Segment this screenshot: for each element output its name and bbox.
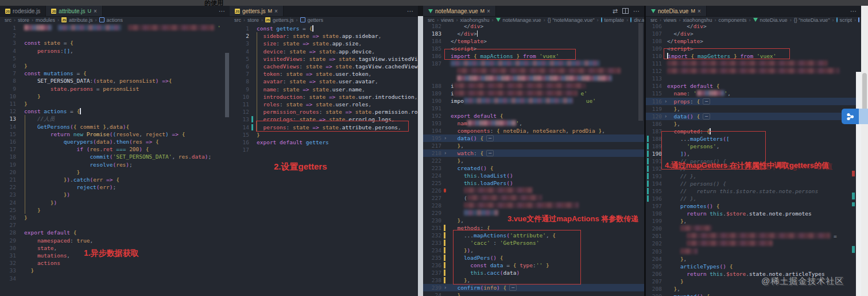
more-actions-icon[interactable]: ⋯ xyxy=(219,7,225,15)
code-line[interactable]: 5 visitedViews: state => state.tagsView.… xyxy=(230,55,418,63)
breadcrumb-item[interactable]: xiaohongshu xyxy=(460,17,490,23)
code-line[interactable]: 15 return new Promise((resolve, reject) … xyxy=(0,130,230,138)
close-icon[interactable]: × xyxy=(274,8,278,14)
code-line[interactable]: 114export default { xyxy=(646,82,861,90)
code-line[interactable]: 111 xyxy=(646,60,861,67)
code-line[interactable]: 192export default { xyxy=(423,112,644,120)
code-line[interactable]: 16 querypers(data).then(res => { xyxy=(0,138,230,145)
code-line[interactable]: 10 } xyxy=(0,93,230,100)
code-line[interactable]: 3 size: state => state.app.size, xyxy=(230,40,418,47)
code-line[interactable]: 184</template> xyxy=(423,37,644,45)
code-line[interactable]: 189i e' xyxy=(423,90,644,97)
code-line[interactable]: 227 ( xyxy=(423,194,644,202)
breadcrumb-item[interactable]: src xyxy=(5,17,11,23)
code-line[interactable]: 22 reject(err); xyxy=(0,183,230,191)
code-line[interactable]: 25 } xyxy=(0,206,230,214)
code-line[interactable]: 4 device: state => state.app.device, xyxy=(230,48,418,55)
breadcrumb-item[interactable]: getters.js xyxy=(273,17,294,23)
breadcrumb-item[interactable]: script xyxy=(840,17,852,23)
share-button[interactable] xyxy=(842,109,868,124)
code-line[interactable]: 107 </div> xyxy=(646,30,861,37)
breadcrumb-item[interactable]: components xyxy=(719,17,747,23)
code-line[interactable]: 199 }, xyxy=(646,217,861,225)
breadcrumb-item[interactable]: noteDia.vue xyxy=(760,17,788,23)
breadcrumb-item[interactable]: {} "noteManage.vue" xyxy=(548,17,595,23)
page-scrollbar-track[interactable] xyxy=(861,0,868,296)
close-icon[interactable]: × xyxy=(94,8,97,14)
code-line[interactable]: 223 created() { xyxy=(423,164,644,172)
code-line[interactable]: 187 xyxy=(423,60,644,67)
code-line[interactable]: 224 this.loadList() xyxy=(423,172,644,179)
more-actions-icon[interactable]: ⋯ xyxy=(407,7,413,15)
code-line[interactable]: 191 xyxy=(423,105,644,112)
close-icon[interactable]: × xyxy=(487,8,490,14)
code-line[interactable]: 1const getters = { xyxy=(230,25,418,32)
code-line[interactable]: 7const mutations = { xyxy=(0,70,230,77)
code-line[interactable]: 198 return this.$store.state.note.promot… xyxy=(646,210,861,217)
code-line[interactable]: 11 roles: state => state.user.roles, xyxy=(230,101,418,108)
code-line[interactable]: 113 xyxy=(646,75,861,82)
code-line[interactable]: 7 token: state => state.user.token, xyxy=(230,70,418,78)
code-line[interactable]: 228 xyxy=(423,202,644,209)
code-line[interactable]: 10 introduction: state => state.user.int… xyxy=(230,93,418,101)
fold-chevron-icon[interactable]: › xyxy=(444,149,447,157)
code-line[interactable]: 205 articleTypes() { xyxy=(646,263,861,270)
breadcrumb-item[interactable]: noteManage.vue xyxy=(503,17,541,23)
code-line[interactable]: 24 }) xyxy=(0,199,230,206)
code-line[interactable]: 186 }, xyxy=(646,120,861,128)
breadcrumb-item[interactable]: src xyxy=(428,17,435,23)
code-line[interactable]: 217 }, xyxy=(423,142,644,149)
code-line[interactable]: 119 }, xyxy=(646,105,861,113)
folded-code-badge[interactable]: ⋯ xyxy=(486,135,494,141)
breadcrumb-item[interactable]: template xyxy=(604,17,625,23)
folded-code-badge[interactable]: ⋯ xyxy=(486,150,494,156)
breadcrumb-item[interactable]: div.app-container xyxy=(634,17,644,23)
code-line[interactable]: 6} xyxy=(0,62,230,70)
code-line[interactable]: ›116 props: {⋯ xyxy=(646,98,861,105)
breadcrumb-item[interactable]: {} "noteDia.vue" xyxy=(794,17,830,23)
code-line[interactable]: 21 }).catch(err => { xyxy=(0,176,230,183)
code-line[interactable]: 4 persons:[], xyxy=(0,47,230,55)
code-line[interactable]: 16export default getters xyxy=(230,139,418,146)
code-line[interactable]: 209 mounted() { xyxy=(646,293,861,296)
tab-rodeside.js[interactable]: JSrodeside.js xyxy=(0,6,46,16)
code-line[interactable]: 18 commit('SET_PERSONS_DATA', res.data); xyxy=(0,153,230,160)
folded-code-badge[interactable]: ⋯ xyxy=(509,285,517,291)
code-line[interactable]: ›218 watch: {⋯ xyxy=(423,149,644,157)
code-line[interactable]: 115 name: '', xyxy=(646,90,861,97)
code-line[interactable] xyxy=(423,67,644,75)
code-line[interactable]: 226 xyxy=(423,187,644,194)
code-line[interactable]: 23 }) xyxy=(0,191,230,198)
breadcrumb-item[interactable]: modules xyxy=(36,17,55,23)
breadcrumb-item[interactable]: store xyxy=(18,17,29,23)
tab-getters.js[interactable]: JSgetters.jsM× xyxy=(230,6,284,16)
code-line[interactable]: 112 xyxy=(646,67,861,75)
code-line[interactable]: 9 name: state => state.user.name, xyxy=(230,86,418,93)
code-line[interactable]: 8 avatar: state => state.user.avatar, xyxy=(230,78,418,85)
code-line[interactable]: 196 // }, xyxy=(646,195,861,202)
code-line[interactable]: 2 sidebar: state => state.app.sidebar, xyxy=(230,32,418,40)
code-line[interactable]: 11} xyxy=(0,100,230,107)
compare-changes-icon[interactable]: ⇄ xyxy=(613,7,618,15)
code-line[interactable]: 193 // }, xyxy=(646,172,861,180)
breadcrumb-item[interactable]: actions xyxy=(107,17,123,23)
code-line[interactable]: 2 xyxy=(0,32,230,39)
more-actions-icon[interactable]: ⋯ xyxy=(850,7,857,15)
breadcrumb-item[interactable]: src xyxy=(650,17,657,23)
code-line[interactable]: ›120 data() {⋯ xyxy=(646,113,861,120)
code-line[interactable]: 9 state.persons = personsList xyxy=(0,85,230,93)
code-line[interactable]: 193 nam', xyxy=(423,120,644,127)
folded-code-badge[interactable]: ⋯ xyxy=(703,113,710,120)
code-line[interactable]: 26} xyxy=(0,214,230,221)
code-line[interactable]: 5 xyxy=(0,55,230,62)
code-line[interactable]: 194 components: { noteDia, noteSearch, p… xyxy=(423,127,644,134)
code-line[interactable]: 34 xyxy=(0,275,230,282)
code-line[interactable]: 202 xyxy=(646,240,861,247)
code-line[interactable]: 24 } xyxy=(423,291,644,296)
breadcrumb-item[interactable]: xiaohongshu xyxy=(683,17,712,23)
more-actions-icon[interactable]: ⋯ xyxy=(633,7,640,15)
editor-scrollbar-thumb-pane3[interactable] xyxy=(638,23,643,121)
code-line[interactable]: 225 this.loadPers() xyxy=(423,179,644,187)
code-line[interactable]: 3const state = { xyxy=(0,39,230,47)
close-icon[interactable]: × xyxy=(698,8,701,14)
